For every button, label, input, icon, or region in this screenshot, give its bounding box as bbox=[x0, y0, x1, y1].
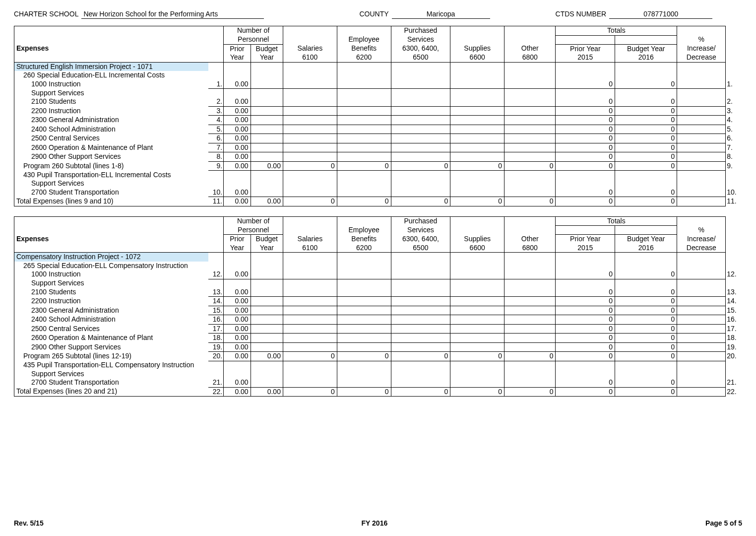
table-row: 2600 Operation & Maintenance of Plant 7.… bbox=[14, 143, 742, 152]
table-row: 2300 General Administration 4. 0.00 0 0 … bbox=[14, 116, 742, 125]
form-header: CHARTER SCHOOL New Horizon School for th… bbox=[14, 10, 742, 19]
table-row: 2900 Other Support Services 19. 0.00 0 0… bbox=[14, 342, 742, 352]
ctds-label: CTDS NUMBER bbox=[556, 10, 607, 18]
table-row: 2100 Students 13. 0.00 0 0 13. bbox=[14, 288, 742, 297]
section-row: 260 Special Education-ELL Incremental Co… bbox=[14, 71, 742, 80]
table-row: 2900 Other Support Services 8. 0.00 0 0 … bbox=[14, 152, 742, 162]
header-row: Number of Purchased Totals bbox=[14, 26, 742, 36]
table-row: 2400 School Administration 16. 0.00 0 0 … bbox=[14, 315, 742, 325]
subtotal-row: Program 265 Subtotal (lines 12-19) 20. 0… bbox=[14, 352, 742, 361]
header-row: Personnel Employee Services % bbox=[14, 35, 742, 44]
table-row: 1000 Instruction 12. 0.00 0 0 12. bbox=[14, 270, 742, 279]
project-row: Compensatory Instruction Project - 1072 bbox=[14, 253, 742, 262]
table-row: 2200 Instruction 3. 0.00 0 0 3. bbox=[14, 106, 742, 116]
section-row: 430 Pupil Transportation-ELL Incremental… bbox=[14, 171, 742, 180]
header-row: Number of Purchased Totals bbox=[14, 216, 742, 226]
col-purchased: Purchased bbox=[391, 26, 450, 36]
table-row: 1000 Instruction 1. 0.00 0 0 1. bbox=[14, 80, 742, 89]
county-name: Maricopa bbox=[392, 10, 490, 19]
col-expenses: Expenses bbox=[14, 44, 224, 53]
ctds-number: 078771000 bbox=[609, 10, 712, 19]
table-row: 2500 Central Services 17. 0.00 0 0 17. bbox=[14, 324, 742, 334]
section-row: Support Services bbox=[14, 279, 742, 288]
table-row: 2200 Instruction 14. 0.00 0 0 14. bbox=[14, 297, 742, 306]
table-row: 2100 Students 2. 0.00 0 0 2. bbox=[14, 97, 742, 106]
header-row: Year Year 6100 6200 6500 6600 6800 2015 … bbox=[14, 244, 742, 253]
total-row: Total Expenses (lines 9 and 10) 11. 0.00… bbox=[14, 197, 742, 206]
col-totals: Totals bbox=[556, 26, 677, 36]
table-row: 2400 School Administration 5. 0.00 0 0 5… bbox=[14, 125, 742, 134]
project-title: Structured English Immersion Project - 1… bbox=[14, 62, 209, 71]
table-row: 2300 General Administration 15. 0.00 0 0… bbox=[14, 306, 742, 315]
subtotal-row: Program 260 Subtotal (lines 1-8) 9. 0.00… bbox=[14, 161, 742, 171]
header-row: Year Year 6100 6200 6500 6600 6800 2015 … bbox=[14, 53, 742, 62]
total-row: Total Expenses (lines 20 and 21) 22. 0.0… bbox=[14, 387, 742, 397]
table-row: 2600 Operation & Maintenance of Plant 18… bbox=[14, 334, 742, 343]
section-row: 265 Special Education-ELL Compensatory I… bbox=[14, 262, 742, 270]
table-row: 2500 Central Services 6. 0.00 0 0 6. bbox=[14, 134, 742, 143]
section-row: Support Services bbox=[14, 89, 742, 98]
header-row: Expenses Prior Budget Salaries Benefits … bbox=[14, 235, 742, 244]
project-title: Compensatory Instruction Project - 1072 bbox=[14, 253, 209, 262]
school-label: CHARTER SCHOOL bbox=[14, 10, 78, 18]
table-row: 2700 Student Transportation 10. 0.00 0 0… bbox=[14, 188, 742, 197]
section-row: Support Services bbox=[14, 370, 742, 379]
section-row: 435 Pupil Transportation-ELL Compensator… bbox=[14, 361, 742, 370]
budget-table-1071: Number of Purchased Totals Personnel Emp… bbox=[14, 26, 742, 206]
header-row: Expenses Prior Budget Salaries Benefits … bbox=[14, 44, 742, 53]
school-name: New Horizon School for the Performing Ar… bbox=[81, 10, 264, 19]
section-row: Support Services bbox=[14, 179, 742, 188]
header-row: Personnel Employee Services % bbox=[14, 226, 742, 235]
budget-table-1072: Number of Purchased Totals Personnel Emp… bbox=[14, 216, 742, 397]
col-personnel: Number of bbox=[224, 26, 283, 36]
project-row: Structured English Immersion Project - 1… bbox=[14, 62, 742, 71]
table-row: 2700 Student Transportation 21. 0.00 0 0… bbox=[14, 378, 742, 387]
county-label: COUNTY bbox=[359, 10, 388, 18]
